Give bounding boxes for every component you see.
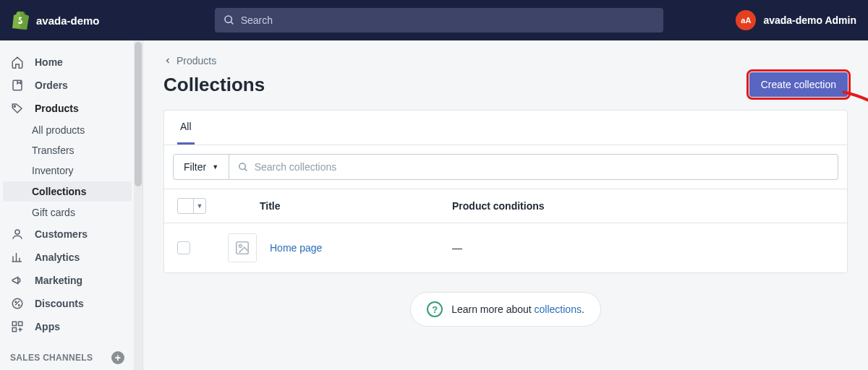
row-title[interactable]: Home page [257, 242, 452, 254]
user-menu[interactable]: aA avada-demo Admin [736, 10, 856, 30]
nav-all-products[interactable]: All products [0, 120, 135, 140]
discount-icon [10, 296, 25, 311]
breadcrumb-label: Products [176, 55, 216, 66]
nav-home[interactable]: Home [0, 51, 135, 74]
shopify-bag-icon [12, 11, 29, 30]
chevron-left-icon [163, 56, 172, 65]
row-checkbox[interactable] [177, 241, 228, 254]
search-wrap [153, 8, 724, 33]
svg-rect-12 [12, 322, 16, 325]
svg-rect-13 [19, 322, 22, 325]
nav-orders[interactable]: Orders [0, 74, 135, 97]
collection-link[interactable]: Home page [270, 242, 322, 254]
user-name: avada-demo Admin [763, 14, 856, 26]
svg-rect-20 [237, 242, 249, 254]
learn-more-link[interactable]: collections [535, 304, 582, 315]
home-icon [10, 55, 25, 69]
nav-discounts[interactable]: Discounts [0, 292, 135, 315]
collection-search[interactable] [229, 154, 838, 180]
page-header: Collections Create collection [163, 72, 848, 97]
nav-transfers[interactable]: Transfers [0, 140, 135, 160]
toolbar: Filter ▼ [164, 145, 847, 189]
nav-label: Products [35, 103, 79, 114]
page-title: Collections [163, 74, 265, 96]
nav-label: Gift cards [32, 207, 75, 218]
avatar: aA [736, 10, 756, 30]
table-header: ▼ Title Product conditions [164, 189, 847, 223]
svg-point-4 [15, 230, 20, 234]
nav-products[interactable]: Products [0, 97, 135, 120]
logo[interactable]: avada-demo [12, 11, 142, 30]
nav-analytics[interactable]: Analytics [0, 246, 135, 269]
scrollbar-track[interactable] [134, 40, 142, 370]
nav-label: Analytics [35, 251, 80, 263]
apps-icon [10, 319, 25, 334]
filter-button[interactable]: Filter ▼ [173, 154, 229, 180]
column-conditions[interactable]: Product conditions [452, 200, 834, 212]
nav-inventory[interactable]: Inventory [0, 160, 135, 181]
select-all-combo[interactable]: ▼ [177, 198, 228, 214]
nav-label: Home [35, 56, 63, 68]
svg-rect-14 [12, 328, 16, 332]
svg-point-11 [19, 305, 20, 306]
tab-all[interactable]: All [177, 111, 195, 145]
svg-point-3 [14, 106, 15, 107]
megaphone-icon [10, 273, 25, 288]
svg-point-21 [239, 244, 242, 247]
row-conditions: — [452, 242, 834, 254]
main-content: Products Collections Create collection A… [143, 40, 868, 370]
orders-icon [10, 78, 25, 92]
add-channel-button[interactable]: + [111, 351, 124, 364]
table-row[interactable]: Home page — [164, 223, 847, 272]
filter-label: Filter [184, 161, 206, 173]
help-icon: ? [427, 301, 443, 317]
nav-marketing[interactable]: Marketing [0, 269, 135, 292]
scrollbar-thumb[interactable] [135, 42, 142, 186]
svg-line-1 [231, 22, 233, 24]
nav-label: Discounts [35, 298, 84, 309]
svg-point-18 [239, 163, 246, 170]
global-search[interactable] [215, 8, 663, 33]
caret-down-icon: ▼ [212, 163, 218, 171]
nav-label: Inventory [32, 165, 74, 176]
collections-card: All Filter ▼ ▼ Title Product conditions [163, 110, 848, 273]
create-collection-button[interactable]: Create collection [749, 72, 848, 97]
nav-label: Orders [35, 79, 68, 91]
nav-customers[interactable]: Customers [0, 223, 135, 246]
caret-down-icon: ▼ [194, 202, 205, 210]
svg-point-0 [225, 16, 231, 22]
store-name: avada-demo [36, 14, 100, 27]
column-title[interactable]: Title [228, 200, 452, 212]
breadcrumb-back[interactable]: Products [163, 55, 848, 66]
learn-more-text: Learn more about collections. [451, 304, 584, 315]
tabs: All [164, 111, 847, 145]
collection-search-input[interactable] [255, 155, 829, 179]
section-label: SALES CHANNELS [10, 353, 93, 363]
nav-gift-cards[interactable]: Gift cards [0, 202, 135, 223]
search-icon [238, 162, 249, 173]
svg-line-19 [244, 168, 247, 171]
nav-apps[interactable]: Apps [0, 315, 135, 338]
nav-label: Transfers [32, 145, 75, 156]
learn-more-box: ? Learn more about collections. [410, 292, 601, 327]
nav-label: All products [32, 124, 85, 136]
svg-point-10 [15, 301, 17, 303]
image-placeholder-icon [228, 233, 257, 262]
topbar: avada-demo aA avada-demo Admin [0, 0, 868, 40]
customers-icon [10, 227, 25, 241]
nav-label: Apps [35, 321, 60, 332]
nav-label: Marketing [35, 275, 82, 286]
nav-label: Customers [35, 228, 88, 240]
nav-label: Collections [32, 186, 86, 197]
sales-channels-header: SALES CHANNELS + [0, 338, 135, 369]
search-input[interactable] [241, 14, 655, 26]
tag-icon [10, 101, 25, 116]
nav-collections[interactable]: Collections [3, 181, 132, 202]
analytics-icon [10, 250, 25, 264]
sidebar: Home Orders Products All products Transf… [0, 40, 143, 370]
search-icon [224, 14, 235, 26]
